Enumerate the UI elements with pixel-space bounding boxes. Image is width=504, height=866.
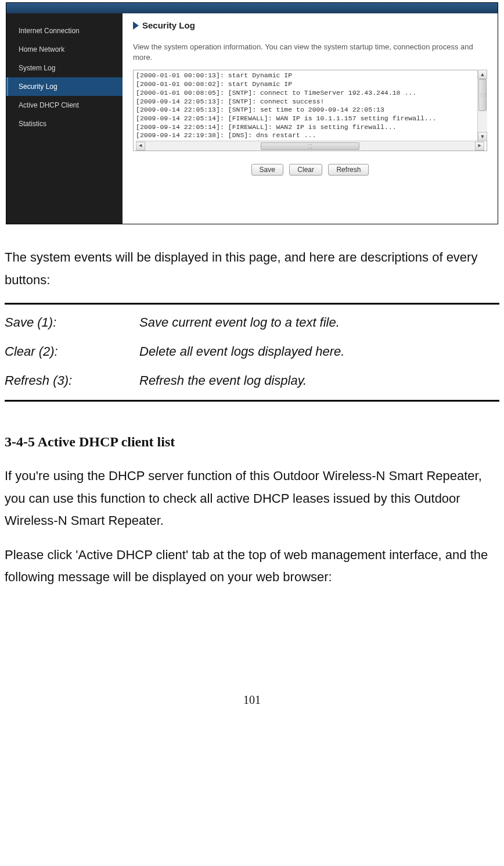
sidebar-item-label: Active DHCP Client: [19, 101, 79, 109]
sidebar-item-label: System Log: [19, 64, 55, 72]
page-description: View the system operation information. Y…: [133, 42, 487, 63]
log-line: [2009-09-14 22:05:13]: [SNTP]: set time …: [136, 106, 484, 114]
definitions-block: Save (1): Save current event log to a te…: [5, 303, 499, 402]
scroll-track[interactable]: [145, 142, 475, 151]
sidebar-item-label: Security Log: [19, 83, 57, 91]
button-row: Save Clear Refresh: [133, 164, 487, 176]
definition-row: Clear (2): Delete all event logs display…: [5, 344, 499, 359]
section-heading: 3-4-5 Active DHCP client list: [5, 434, 499, 450]
definition-description: Delete all event logs displayed here.: [139, 344, 499, 359]
scroll-down-arrow-icon[interactable]: ▼: [478, 132, 487, 141]
sidebar-item-internet-connection[interactable]: Internet Connection: [6, 22, 123, 40]
page-title: Security Log: [142, 20, 195, 30]
scroll-track[interactable]: [478, 79, 487, 132]
sidebar-item-security-log[interactable]: Security Log: [6, 77, 123, 96]
definition-row: Refresh (3): Refresh the event log displ…: [5, 373, 499, 388]
sidebar-item-label: Statistics: [19, 120, 46, 128]
log-line: [2000-01-01 00:08:05]: [SNTP]: connect t…: [136, 89, 484, 98]
definition-description: Refresh the event log display.: [139, 373, 499, 388]
content-pane: Security Log View the system operation i…: [123, 13, 498, 224]
log-line: [2009-09-14 22:05:13]: [SNTP]: connect s…: [136, 98, 484, 106]
log-lines: [2000-01-01 00:00:13]: start Dynamic IP …: [136, 71, 484, 141]
log-line: [2009-09-14 22:05:14]: [FIREWALL]: WAN2 …: [136, 123, 484, 132]
log-line: [2009-09-14 22:05:14]: [FIREWALL]: WAN I…: [136, 114, 484, 123]
definition-term: Clear (2):: [5, 344, 139, 359]
sidebar-item-statistics[interactable]: Statistics: [6, 114, 123, 133]
sidebar-item-home-network[interactable]: Home Network: [6, 40, 123, 59]
router-ui-layout: Internet Connection Home Network System …: [6, 13, 498, 224]
intro-paragraph: The system events will be displayed in t…: [5, 246, 499, 291]
navigation-sidebar: Internet Connection Home Network System …: [6, 13, 123, 224]
sidebar-item-active-dhcp-client[interactable]: Active DHCP Client: [6, 96, 123, 114]
refresh-button[interactable]: Refresh: [328, 164, 369, 176]
definition-term: Save (1):: [5, 315, 139, 330]
document-body: The system events will be displayed in t…: [0, 224, 504, 718]
scroll-thumb[interactable]: [261, 142, 359, 150]
scroll-right-arrow-icon[interactable]: ►: [475, 142, 484, 151]
sidebar-item-label: Internet Connection: [19, 27, 80, 35]
scroll-thumb[interactable]: [478, 79, 487, 111]
log-textarea[interactable]: [2000-01-01 00:00:13]: start Dynamic IP …: [133, 70, 487, 151]
log-line: [2000-01-01 00:00:13]: start Dynamic IP: [136, 71, 484, 80]
definition-row: Save (1): Save current event log to a te…: [5, 315, 499, 330]
horizontal-scrollbar[interactable]: ◄ ►: [136, 141, 484, 151]
top-banner-bar: [6, 3, 498, 13]
sidebar-item-system-log[interactable]: System Log: [6, 59, 123, 77]
log-line: [2009-09-14 22:19:38]: [DNS]: dns restar…: [136, 131, 484, 140]
caret-right-icon: [133, 22, 139, 30]
scroll-left-arrow-icon[interactable]: ◄: [136, 142, 145, 151]
scroll-up-arrow-icon[interactable]: ▲: [478, 70, 487, 79]
save-button[interactable]: Save: [251, 164, 283, 176]
clear-button[interactable]: Clear: [289, 164, 322, 176]
sidebar-item-label: Home Network: [19, 45, 64, 53]
page-number: 101: [5, 693, 499, 718]
log-line: [2000-01-01 00:08:02]: start Dynamic IP: [136, 80, 484, 89]
body-paragraph: Please click 'Active DHCP client' tab at…: [5, 544, 499, 589]
log-container: [2000-01-01 00:00:13]: start Dynamic IP …: [133, 70, 487, 151]
page-header: Security Log: [133, 20, 487, 30]
definition-term: Refresh (3):: [5, 373, 139, 388]
body-paragraph: If you're using the DHCP server function…: [5, 465, 499, 532]
router-screenshot: Internet Connection Home Network System …: [6, 2, 498, 224]
definition-description: Save current event log to a text file.: [139, 315, 499, 330]
vertical-scrollbar[interactable]: ▲ ▼: [477, 70, 487, 141]
